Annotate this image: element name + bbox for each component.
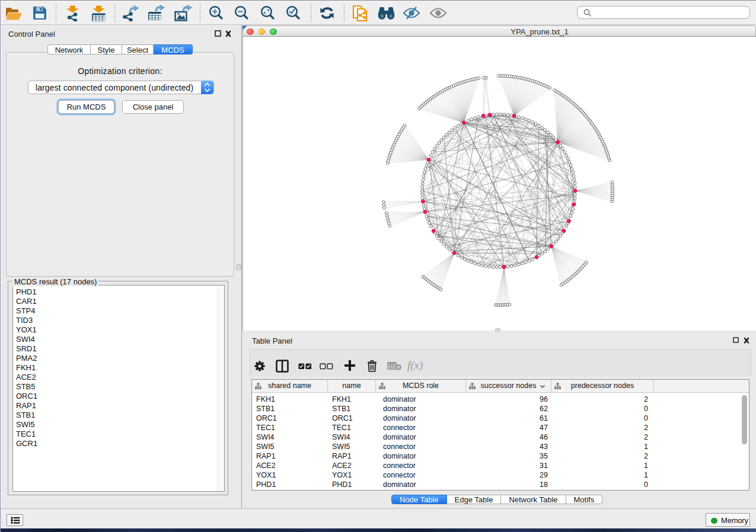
svg-text:f(x): f(x) <box>407 359 423 372</box>
